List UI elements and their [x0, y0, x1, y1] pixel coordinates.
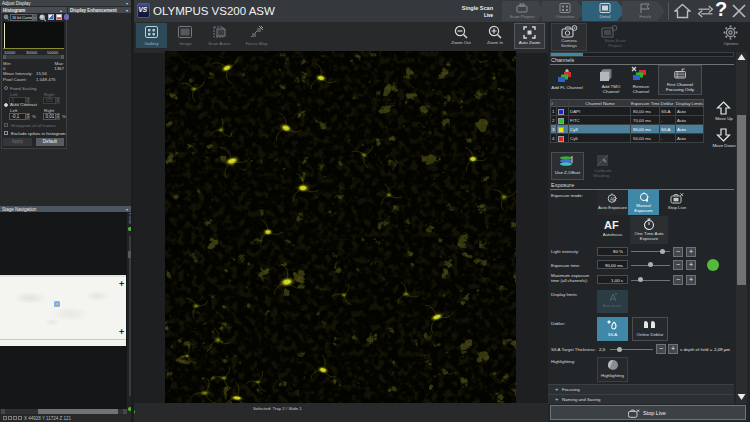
- svg-text:AE: AE: [610, 197, 616, 202]
